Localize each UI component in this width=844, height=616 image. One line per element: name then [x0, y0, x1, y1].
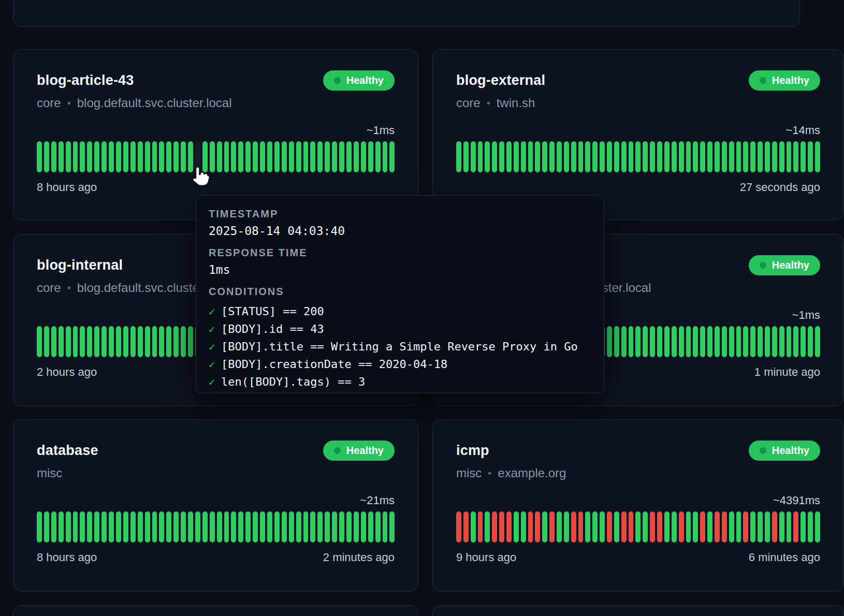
endpoint-card-partial-top[interactable]: [13, 0, 800, 27]
uptime-bar[interactable]: [375, 511, 381, 542]
uptime-bar[interactable]: [672, 511, 677, 542]
uptime-bar[interactable]: [743, 511, 748, 542]
uptime-bar[interactable]: [521, 511, 526, 542]
uptime-bar[interactable]: [188, 326, 193, 357]
uptime-bar[interactable]: [159, 141, 164, 172]
uptime-bar[interactable]: [51, 511, 56, 542]
uptime-bar[interactable]: [73, 326, 78, 357]
uptime-bar[interactable]: [492, 511, 497, 542]
uptime-bar[interactable]: [101, 326, 107, 357]
uptime-bar[interactable]: [94, 141, 99, 172]
uptime-bar[interactable]: [188, 511, 193, 542]
uptime-bar[interactable]: [643, 326, 648, 357]
uptime-bar[interactable]: [181, 141, 186, 172]
uptime-bar[interactable]: [614, 326, 619, 357]
uptime-bar[interactable]: [643, 511, 648, 542]
uptime-bar[interactable]: [779, 326, 784, 357]
uptime-bar[interactable]: [274, 511, 280, 542]
uptime-bar[interactable]: [375, 141, 381, 172]
endpoint-card-blog-external[interactable]: blog-external Healthy core • twin.sh ~14…: [432, 49, 844, 220]
uptime-bars[interactable]: [37, 511, 395, 542]
uptime-bar[interactable]: [152, 141, 157, 172]
uptime-bar[interactable]: [463, 511, 469, 542]
uptime-bar[interactable]: [66, 511, 71, 542]
uptime-bar[interactable]: [787, 141, 792, 172]
uptime-bar[interactable]: [245, 511, 251, 542]
uptime-bar[interactable]: [44, 141, 49, 172]
uptime-bar[interactable]: [564, 511, 569, 542]
uptime-bar[interactable]: [87, 141, 92, 172]
uptime-bar[interactable]: [173, 141, 179, 172]
uptime-bar[interactable]: [138, 141, 143, 172]
uptime-bar[interactable]: [109, 326, 114, 357]
uptime-bar[interactable]: [657, 511, 662, 542]
uptime-bar[interactable]: [787, 511, 792, 542]
uptime-bar[interactable]: [693, 326, 698, 357]
uptime-bar[interactable]: [339, 141, 344, 172]
uptime-bar[interactable]: [729, 326, 734, 357]
uptime-bar[interactable]: [116, 141, 121, 172]
uptime-bar[interactable]: [123, 326, 128, 357]
uptime-bar[interactable]: [130, 511, 136, 542]
uptime-bar[interactable]: [94, 511, 99, 542]
uptime-bar[interactable]: [231, 511, 236, 542]
uptime-bar[interactable]: [549, 141, 555, 172]
uptime-bar[interactable]: [542, 141, 547, 172]
uptime-bar[interactable]: [557, 511, 562, 542]
uptime-bar[interactable]: [123, 141, 128, 172]
uptime-bar[interactable]: [729, 511, 734, 542]
uptime-bar[interactable]: [650, 326, 655, 357]
uptime-bar[interactable]: [686, 141, 691, 172]
uptime-bar[interactable]: [650, 511, 655, 542]
uptime-bar[interactable]: [51, 326, 56, 357]
uptime-bar[interactable]: [635, 511, 641, 542]
uptime-bar[interactable]: [44, 511, 49, 542]
uptime-bar[interactable]: [478, 511, 483, 542]
uptime-bar[interactable]: [195, 511, 200, 542]
uptime-bar[interactable]: [159, 511, 164, 542]
uptime-bar[interactable]: [37, 326, 42, 357]
uptime-bar[interactable]: [679, 511, 684, 542]
uptime-bar[interactable]: [722, 326, 727, 357]
uptime-bar[interactable]: [361, 511, 366, 542]
uptime-bar[interactable]: [166, 141, 171, 172]
uptime-bar[interactable]: [758, 326, 763, 357]
uptime-bar[interactable]: [145, 141, 150, 172]
uptime-bar[interactable]: [715, 326, 720, 357]
uptime-bar[interactable]: [564, 141, 569, 172]
uptime-bar[interactable]: [37, 141, 42, 172]
uptime-bar[interactable]: [173, 511, 179, 542]
uptime-bar[interactable]: [138, 326, 143, 357]
uptime-bar[interactable]: [101, 141, 107, 172]
endpoint-card-database[interactable]: database Healthy misc ~21ms 8 hours ago …: [13, 419, 418, 592]
uptime-bar[interactable]: [317, 141, 323, 172]
uptime-bar[interactable]: [368, 511, 373, 542]
uptime-bar[interactable]: [296, 141, 301, 172]
uptime-bar[interactable]: [707, 141, 712, 172]
uptime-bar[interactable]: [592, 141, 598, 172]
uptime-bar[interactable]: [354, 511, 359, 542]
uptime-bar[interactable]: [679, 326, 684, 357]
uptime-bar[interactable]: [354, 141, 359, 172]
uptime-bar[interactable]: [317, 511, 323, 542]
uptime-bar[interactable]: [815, 141, 820, 172]
uptime-bar[interactable]: [87, 326, 92, 357]
uptime-bar[interactable]: [514, 141, 519, 172]
uptime-bar[interactable]: [116, 511, 121, 542]
uptime-bar[interactable]: [621, 141, 627, 172]
uptime-bar[interactable]: [389, 141, 395, 172]
uptime-bar[interactable]: [528, 141, 533, 172]
uptime-bar[interactable]: [578, 511, 584, 542]
uptime-bar[interactable]: [44, 326, 49, 357]
uptime-bar[interactable]: [130, 326, 136, 357]
endpoint-card-blog-article-43[interactable]: blog-article-43 Healthy core • blog.defa…: [13, 49, 418, 220]
uptime-bar[interactable]: [787, 326, 792, 357]
uptime-bar[interactable]: [145, 511, 150, 542]
uptime-bar[interactable]: [109, 511, 114, 542]
uptime-bar[interactable]: [310, 141, 315, 172]
uptime-bar[interactable]: [585, 141, 590, 172]
uptime-bar[interactable]: [224, 141, 229, 172]
uptime-bar[interactable]: [736, 511, 741, 542]
uptime-bar[interactable]: [94, 326, 99, 357]
uptime-bar[interactable]: [238, 141, 243, 172]
